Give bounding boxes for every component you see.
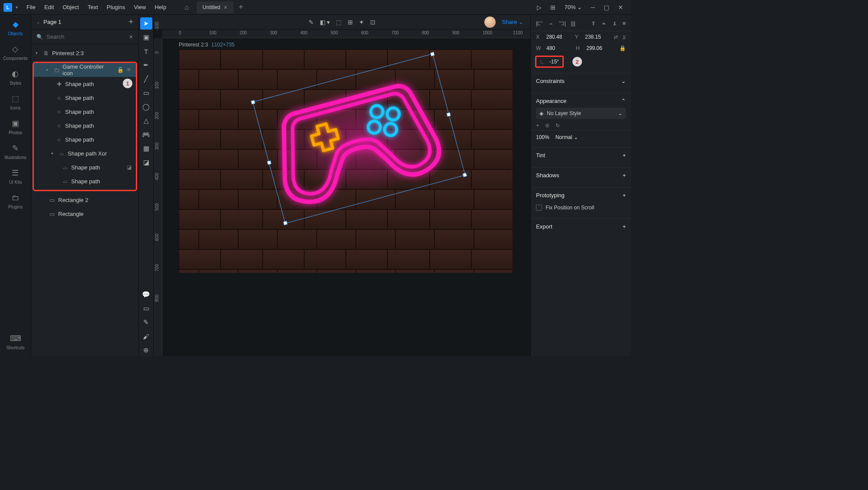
check-icon[interactable]: ⊘ <box>545 122 549 129</box>
add-page-button[interactable]: + <box>128 17 133 26</box>
lock-aspect-icon[interactable]: 🔒 <box>619 45 626 51</box>
swap-xy-icon[interactable]: ⇄ <box>614 34 618 40</box>
maximize-icon[interactable]: ▢ <box>599 4 614 11</box>
add-shadow-button[interactable]: + <box>622 172 626 179</box>
align-left-icon[interactable]: |⫍ <box>536 20 543 26</box>
rail-uikits[interactable]: ☰UI Kits <box>9 168 22 185</box>
viewport[interactable]: Pinterest 2:3 1102×735 <box>162 38 530 356</box>
resize-handle-w[interactable] <box>267 160 271 165</box>
rail-components[interactable]: ◇Components <box>3 44 28 61</box>
frame-tool[interactable]: ▣ <box>140 31 152 43</box>
layer-row[interactable]: ▭Rectangle <box>31 207 138 221</box>
feedback-tool[interactable]: ▭ <box>140 302 152 315</box>
search-input[interactable] <box>46 33 125 40</box>
pen-tool[interactable]: ✒ <box>140 59 152 71</box>
resize-handle-nw[interactable] <box>251 100 255 104</box>
document-tab[interactable]: Untitled × <box>197 1 233 13</box>
layer-row[interactable]: ▭Rectangle 2 <box>31 193 138 207</box>
line-tool[interactable]: ╱ <box>140 73 152 85</box>
layer-row[interactable]: ○Shape path <box>34 105 136 119</box>
menu-object[interactable]: Object <box>58 4 83 10</box>
menu-plugins[interactable]: Plugins <box>102 4 130 10</box>
add-tint-button[interactable]: + <box>622 152 626 159</box>
group-row[interactable]: ▾ 🗀 Game Controller icon 🔓 👁 <box>34 63 136 77</box>
close-tab-icon[interactable]: × <box>224 4 227 11</box>
blend-mode[interactable]: Normal ⌄ <box>556 134 578 140</box>
component-create-icon[interactable]: ⬚ <box>336 19 342 26</box>
unlock-icon[interactable]: 🔓 <box>117 67 124 73</box>
layer-row[interactable]: ○Shape path <box>34 132 136 146</box>
add-tab-button[interactable]: + <box>233 3 249 12</box>
chevron-down-icon[interactable]: ▾ <box>51 151 56 156</box>
menu-edit[interactable]: Edit <box>40 4 58 10</box>
page-chevron-icon[interactable]: ⌄ <box>36 20 40 24</box>
chevron-down-icon[interactable]: ▾ <box>36 51 40 55</box>
logo-chevron-icon[interactable]: ▾ <box>16 5 18 10</box>
rail-illustrations[interactable]: ✎Illustrations <box>4 143 26 160</box>
add-style-button[interactable]: + <box>536 122 539 129</box>
tidy-icon[interactable]: ✦ <box>359 19 364 26</box>
x-value[interactable]: 280.48 <box>546 34 571 40</box>
triangle-tool[interactable]: △ <box>140 115 152 127</box>
select-tool[interactable]: ➤ <box>140 17 152 30</box>
rotation-value[interactable]: -15° <box>549 59 559 65</box>
layer-row[interactable]: ○Shape path <box>34 91 136 105</box>
chevron-up-icon[interactable]: ⌃ <box>621 98 626 104</box>
user-avatar[interactable] <box>484 17 496 28</box>
menu-view[interactable]: View <box>129 4 150 10</box>
w-value[interactable]: 480 <box>546 45 572 51</box>
boolean-tool[interactable]: ◪ <box>140 156 152 169</box>
chevron-down-icon[interactable]: ▾ <box>46 68 50 72</box>
artboard-row[interactable]: ▾ 🗎 Pinterest 2:3 <box>31 46 138 60</box>
align-to-pixel-icon[interactable]: ⧖ <box>622 34 626 40</box>
clear-search-icon[interactable]: ✕ <box>129 34 133 40</box>
ellipse-tool[interactable]: ◯ <box>140 101 152 113</box>
image-tool[interactable]: ▦ <box>140 142 152 155</box>
rail-plugins[interactable]: 🗀Plugins <box>8 192 23 209</box>
brush-tool[interactable]: 🖌 <box>140 330 152 342</box>
align-right-icon[interactable]: ⫎| <box>559 20 566 26</box>
layer-row[interactable]: ⌓Shape path <box>34 174 136 188</box>
zoom-tool[interactable]: ⊕ <box>140 344 152 356</box>
distribute-h-icon[interactable]: ||| <box>571 20 575 26</box>
app-logo[interactable]: L <box>3 3 12 12</box>
xor-row[interactable]: ▾⌓Shape path Xor <box>34 146 136 160</box>
h-value[interactable]: 299.06 <box>586 45 612 51</box>
align-center-v-icon[interactable]: ⫨ <box>601 20 607 26</box>
chevron-down-icon[interactable]: ⌄ <box>621 78 626 84</box>
close-window-icon[interactable]: ✕ <box>614 4 628 11</box>
layer-row[interactable]: ✚Shape path <box>34 77 136 91</box>
play-icon[interactable]: ▷ <box>533 4 546 11</box>
home-icon[interactable]: ⌂ <box>179 3 194 11</box>
autolayout-icon[interactable]: ⊞ <box>348 19 353 26</box>
controller-tool[interactable]: 🎮 <box>140 129 152 141</box>
page-name[interactable]: Page 1 <box>43 19 125 25</box>
rail-photos[interactable]: ▣Photos <box>9 118 22 135</box>
layer-row[interactable]: ⌓Shape path◪ <box>34 160 136 174</box>
rail-shortcuts[interactable]: ⌨Shortcuts <box>6 333 24 350</box>
minimize-icon[interactable]: ─ <box>586 4 599 11</box>
add-prototype-button[interactable]: + <box>622 192 626 199</box>
distribute-icon[interactable]: ⊡ <box>370 19 375 26</box>
artboard[interactable] <box>179 50 513 273</box>
align-top-icon[interactable]: ⫪ <box>591 20 596 26</box>
align-bottom-icon[interactable]: ⫫ <box>612 20 618 26</box>
pencil-icon[interactable]: ✎ <box>309 19 314 26</box>
menu-file[interactable]: File <box>22 4 40 10</box>
rail-styles[interactable]: ◐Styles <box>10 69 21 86</box>
artboard-label[interactable]: Pinterest 2:3 1102×735 <box>179 42 234 48</box>
text-tool[interactable]: T <box>140 45 152 57</box>
align-center-h-icon[interactable]: ⫠ <box>548 20 554 26</box>
mask-icon[interactable]: ◧ ▾ <box>320 19 330 26</box>
zoom-level[interactable]: 70% ⌄ <box>560 4 586 10</box>
distribute-v-icon[interactable]: ≡ <box>622 20 626 26</box>
menu-text[interactable]: Text <box>83 4 102 10</box>
add-export-button[interactable]: + <box>622 223 626 230</box>
layer-row[interactable]: ○Shape path <box>34 119 136 132</box>
fix-position-toggle[interactable]: Fix Position on Scroll <box>536 202 626 213</box>
menu-help[interactable]: Help <box>150 4 171 10</box>
rail-icons[interactable]: ⬚Icons <box>10 93 21 110</box>
y-value[interactable]: 238.15 <box>585 34 609 40</box>
layer-style-select[interactable]: ◈ No Layer Style ⌄ <box>536 108 626 119</box>
grid-icon[interactable]: ⊞ <box>546 4 560 11</box>
